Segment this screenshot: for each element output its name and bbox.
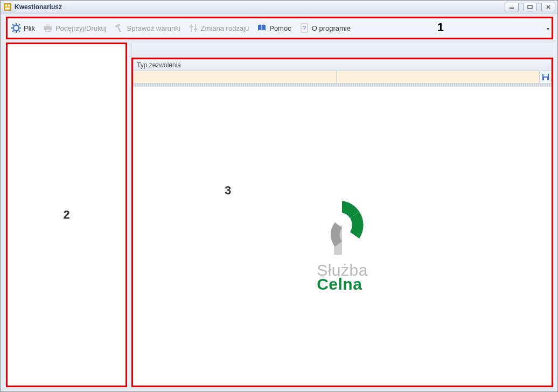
svg-text:?: ? (303, 25, 306, 31)
application-window: Kwestionariusz Plik Podejrzyj/Dr (0, 0, 558, 392)
svg-rect-2 (8, 4, 10, 6)
svg-line-12 (19, 31, 20, 32)
main-toolbar: Plik Podejrzyj/Drukuj Sprawdź warunki Zm… (6, 17, 553, 39)
svg-line-14 (19, 24, 20, 26)
check-label: Sprawdź warunki (127, 24, 180, 32)
hammer-icon (114, 23, 125, 33)
question-page-icon: ? (299, 23, 310, 33)
file-menu[interactable]: Plik (11, 23, 35, 33)
annotation-2: 2 (63, 208, 69, 222)
sluzba-celna-logo: Służba Celna (317, 201, 368, 293)
svg-rect-20 (191, 24, 192, 32)
annotation-3: 3 (225, 184, 231, 198)
svg-point-6 (13, 25, 19, 31)
maximize-button[interactable] (523, 3, 537, 11)
svg-rect-23 (194, 29, 197, 30)
svg-rect-21 (195, 24, 196, 32)
annotation-1: 1 (437, 20, 444, 34)
help-button[interactable]: Pomoc (256, 23, 291, 33)
svg-rect-3 (5, 7, 10, 9)
logo-text-line2: Celna (317, 275, 368, 293)
svg-rect-18 (115, 24, 120, 27)
svg-rect-22 (190, 26, 193, 27)
svg-line-13 (12, 31, 14, 32)
svg-line-11 (12, 24, 14, 26)
navigation-panel: 2 (6, 43, 127, 387)
close-button[interactable] (541, 3, 555, 11)
save-icon (542, 73, 549, 81)
svg-rect-4 (510, 8, 514, 9)
printer-icon (43, 23, 53, 33)
svg-rect-27 (543, 74, 548, 76)
typ-save-button[interactable] (539, 71, 551, 83)
svg-rect-19 (117, 27, 121, 32)
print-label: Podejrzyj/Drukuj (55, 24, 107, 32)
check-conditions-button[interactable]: Sprawdź warunki (114, 23, 180, 33)
change-label: Zmiana rodzaju (201, 24, 249, 32)
main-column: Typ zezwolenia 3 (131, 43, 553, 387)
minimize-button[interactable] (505, 3, 519, 11)
typ-cell-2[interactable] (337, 71, 539, 83)
title-bar: Kwestionariusz (1, 1, 557, 13)
svg-rect-16 (46, 24, 50, 26)
svg-rect-28 (544, 78, 547, 80)
window-title: Kwestionariusz (15, 3, 62, 11)
help-label: Pomoc (269, 24, 291, 32)
svg-rect-5 (528, 5, 532, 9)
app-icon (4, 3, 11, 11)
body-area: 2 Typ zezwolenia (1, 43, 557, 391)
sluzba-celna-mark-icon (318, 201, 366, 255)
book-help-icon (256, 23, 267, 33)
file-label: Plik (24, 24, 35, 32)
toolbar-overflow-icon[interactable]: ▾ (547, 26, 549, 32)
typ-cell-1[interactable] (134, 71, 337, 83)
typ-zezwolenia-header: Typ zezwolenia (133, 59, 552, 71)
svg-rect-17 (46, 29, 50, 32)
header-strip (131, 43, 553, 58)
main-panel: Typ zezwolenia 3 (131, 58, 553, 387)
content-area: 3 Służba Celna (133, 87, 552, 386)
svg-rect-1 (5, 4, 8, 6)
about-label: O programie (312, 24, 351, 32)
about-button[interactable]: ? O programie (299, 23, 351, 33)
print-preview-button[interactable]: Podejrzyj/Drukuj (43, 23, 107, 33)
typ-zezwolenia-row (133, 71, 552, 83)
change-type-button[interactable]: Zmiana rodzaju (188, 23, 249, 33)
sliders-icon (188, 23, 199, 33)
gear-icon (11, 23, 22, 33)
